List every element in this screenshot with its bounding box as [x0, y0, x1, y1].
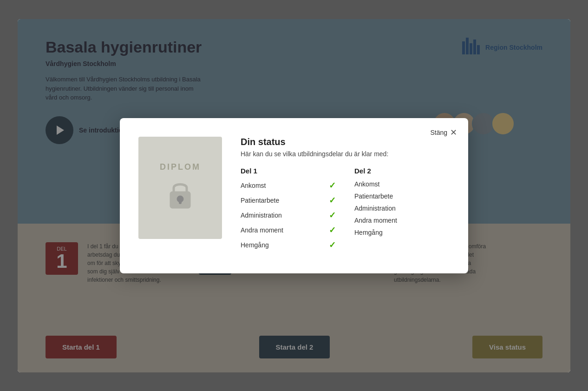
del1-patientarbete-check: ✓	[329, 195, 336, 205]
status-description: Här kan du se vilka utbildningsdelar du …	[241, 150, 450, 158]
del1-hemgang-check: ✓	[329, 240, 336, 250]
app-container: Basala hygienrutiner Vårdhygien Stockhol…	[18, 19, 570, 372]
svg-rect-10	[179, 199, 182, 204]
modal-close-button[interactable]: Stäng ✕	[430, 127, 457, 138]
del2-column-header: Del 2	[354, 167, 450, 175]
del2-andra-moment-row: Andra moment	[354, 217, 450, 224]
del1-administration-label: Administration	[241, 212, 282, 219]
status-content: Din status Här kan du se vilka utbildnin…	[241, 137, 450, 255]
diplom-label: DIPLOM	[160, 162, 201, 172]
del1-administration-check: ✓	[329, 210, 336, 220]
del2-patientarbete-row: Patientarbete	[354, 192, 450, 200]
del1-patientarbete-label: Patientarbete	[241, 197, 279, 204]
modal-body: DIPLOM Din status Här kan du se vilka ut…	[138, 137, 450, 255]
del1-andra-moment-row: Andra moment ✓	[241, 225, 336, 235]
del1-ankomst-label: Ankomst	[241, 182, 266, 189]
del2-hemgang-row: Hemgång	[354, 229, 450, 236]
lock-modal-icon	[166, 179, 194, 213]
del1-column-header: Del 1	[241, 167, 336, 175]
status-modal: Stäng ✕ DIPLOM Din status Här	[120, 118, 468, 273]
del1-ankomst-row: Ankomst ✓	[241, 180, 336, 191]
status-columns: Del 1 Ankomst ✓ Patientarbete ✓ Administ…	[241, 167, 450, 255]
del1-hemgang-label: Hemgång	[241, 241, 269, 249]
del1-andra-moment-check: ✓	[329, 225, 336, 235]
del2-ankomst-row: Ankomst	[354, 180, 450, 188]
diplom-card: DIPLOM	[138, 137, 222, 239]
del1-andra-moment-label: Andra moment	[241, 226, 283, 234]
del1-administration-row: Administration ✓	[241, 210, 336, 220]
del1-status-column: Del 1 Ankomst ✓ Patientarbete ✓ Administ…	[241, 167, 336, 255]
close-label: Stäng	[430, 129, 447, 136]
del1-patientarbete-row: Patientarbete ✓	[241, 195, 336, 205]
del1-hemgang-row: Hemgång ✓	[241, 240, 336, 250]
del2-status-column: Del 2 Ankomst Patientarbete Administrati…	[354, 167, 450, 255]
del2-administration-row: Administration	[354, 205, 450, 212]
status-title: Din status	[241, 137, 450, 147]
del1-ankomst-check: ✓	[329, 180, 336, 191]
close-icon: ✕	[450, 127, 457, 138]
